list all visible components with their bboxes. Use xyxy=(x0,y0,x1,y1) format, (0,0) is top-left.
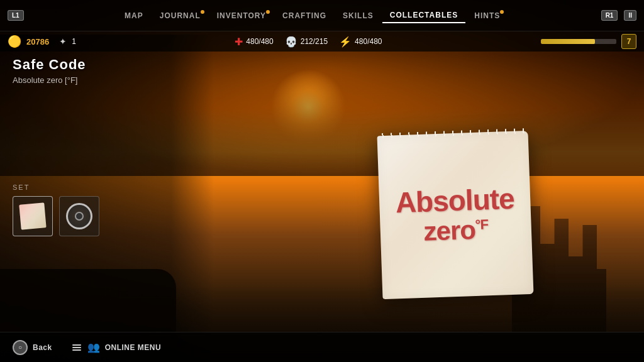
status-right: 7 xyxy=(541,34,636,49)
nav-item-crafting[interactable]: CRAFTING xyxy=(275,9,334,23)
lightning-stat: ⚡ 480/480 xyxy=(339,36,382,48)
back-label: Back xyxy=(33,343,52,352)
status-bar: 🟡 20786 ✦ 1 ✚ 480/480 💀 212/215 ⚡ 480/48… xyxy=(0,31,644,52)
menu-line-2 xyxy=(72,347,81,348)
feather-count: 1 xyxy=(72,37,76,46)
health-value: 480/480 xyxy=(246,37,273,46)
journal-dot xyxy=(201,10,204,14)
note-superscript: °F xyxy=(475,216,488,233)
health-stat: ✚ 480/480 xyxy=(235,36,273,48)
inventory-dot xyxy=(266,10,270,14)
set-item-disc[interactable] xyxy=(59,196,99,236)
online-menu-label: ONLINE MENU xyxy=(105,343,162,352)
skull-stat: 💀 212/215 xyxy=(285,36,328,48)
set-items xyxy=(13,196,99,236)
health-icon: ✚ xyxy=(235,36,243,48)
disc-thumbnail xyxy=(66,203,92,229)
title-panel: Safe Code Absolute zero [°F] xyxy=(13,57,86,85)
lightning-icon: ⚡ xyxy=(339,36,352,48)
nav-item-hints[interactable]: HINTS xyxy=(467,9,508,23)
note-text: Absolute zero°F xyxy=(395,182,516,247)
back-action[interactable]: ○ Back xyxy=(13,340,52,355)
set-section: SET xyxy=(13,184,99,236)
status-center: ✚ 480/480 💀 212/215 ⚡ 480/480 xyxy=(89,36,528,48)
status-left: 🟡 20786 ✦ 1 xyxy=(8,35,76,48)
lightning-value: 480/480 xyxy=(355,37,382,46)
online-menu-action[interactable]: 👥 ONLINE MENU xyxy=(71,341,162,353)
level-badge: 7 xyxy=(621,34,636,49)
main-content: Safe Code Absolute zero [°F] SET Absolut… xyxy=(0,52,644,362)
online-icon: 👥 xyxy=(87,341,100,353)
pause-btn[interactable]: II xyxy=(624,10,636,21)
coin-icon: 🟡 xyxy=(8,35,21,48)
collectable-subtitle: Absolute zero [°F] xyxy=(13,75,86,85)
right-controller-btn[interactable]: R1 xyxy=(601,10,618,21)
note-thumbnail xyxy=(19,202,46,229)
menu-line-3 xyxy=(72,349,81,351)
bottom-bar: ○ Back 👥 ONLINE MENU xyxy=(0,332,644,362)
note-line1: Absolute xyxy=(395,182,514,218)
back-button-icon[interactable]: ○ xyxy=(13,340,28,355)
xp-bar-fill xyxy=(541,39,595,44)
skull-value: 212/215 xyxy=(301,37,328,46)
skull-icon: 💀 xyxy=(285,36,297,48)
top-navigation: L1 MAP JOURNAL INVENTORY CRAFTING SKILLS… xyxy=(0,0,644,31)
set-item-note[interactable] xyxy=(13,196,53,236)
xp-bar xyxy=(541,39,616,44)
nav-item-inventory[interactable]: INVENTORY xyxy=(209,9,274,23)
feather-icon: ✦ xyxy=(59,36,67,47)
note-line2: zero°F xyxy=(396,214,516,248)
menu-line-1 xyxy=(72,344,81,346)
menu-icon xyxy=(71,343,82,352)
nav-item-map[interactable]: MAP xyxy=(117,9,151,23)
collectable-title: Safe Code xyxy=(13,57,86,73)
note-paper: Absolute zero°F xyxy=(377,131,534,299)
nav-item-journal[interactable]: JOURNAL xyxy=(152,9,208,23)
nav-item-skills[interactable]: SKILLS xyxy=(335,9,381,23)
left-controller-btn[interactable]: L1 xyxy=(8,10,24,21)
hints-dot xyxy=(500,10,504,14)
nav-items: MAP JOURNAL INVENTORY CRAFTING SKILLS CO… xyxy=(26,8,599,23)
set-label: SET xyxy=(13,184,99,191)
nav-item-collectables[interactable]: COLLECTABLES xyxy=(382,8,465,23)
coin-count: 20786 xyxy=(26,37,49,47)
